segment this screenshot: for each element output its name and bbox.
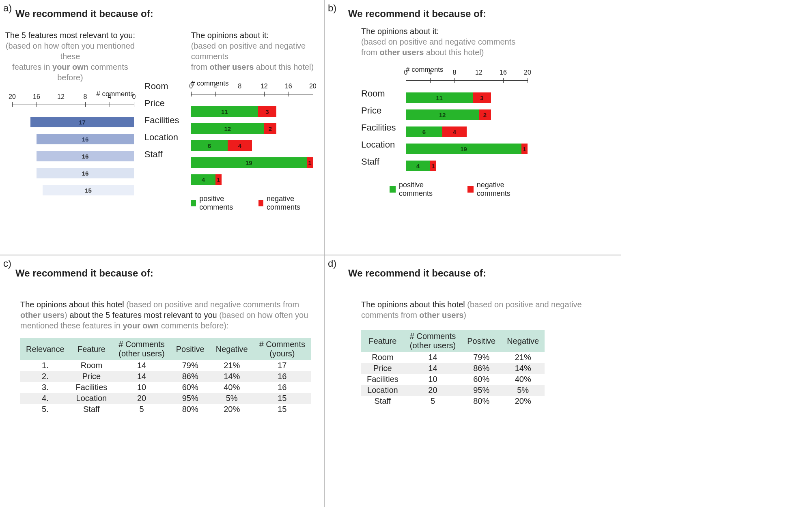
cell: 14 — [404, 363, 461, 374]
positive-bar: 12 — [406, 109, 479, 120]
negative-bar: 2 — [479, 109, 491, 120]
relevance-bar: 17 — [30, 117, 134, 127]
swatch-green-icon — [390, 186, 396, 193]
table-c: Relevance Feature # Comments(other users… — [20, 338, 311, 415]
cell: 14 — [113, 371, 170, 382]
category-label: Location — [361, 139, 406, 150]
th-comments-yours: # Comments(yours) — [254, 338, 311, 360]
tick-label: 20 — [9, 93, 16, 101]
tick-label: 20 — [524, 69, 531, 76]
panel-d: d) We recommend it because of: The opini… — [325, 255, 621, 507]
th-negative: Negative — [210, 338, 254, 360]
opinions-sub2-post-a: about this hotel) — [254, 62, 314, 71]
legend-negative-label-b: negative comments — [477, 181, 536, 198]
negative-bar: 1 — [521, 144, 528, 154]
table-row: 3.Facilities1060%40%16 — [20, 382, 311, 393]
tick-label: 8 — [84, 93, 87, 101]
negative-bar: 3 — [473, 92, 491, 103]
relevance-bar: 16 — [37, 151, 134, 161]
relevance-bars: 1716161615 — [4, 114, 136, 199]
cell: 10 — [113, 382, 170, 393]
panel-letter-a: a) — [3, 2, 12, 14]
positive-bar: 19 — [191, 157, 307, 168]
negative-bar: 4 — [228, 140, 252, 151]
cell: 14% — [210, 371, 254, 382]
negative-bar: 4 — [442, 126, 467, 137]
cell: 3. — [20, 382, 70, 393]
tick-label: 20 — [309, 83, 317, 90]
negative-bar: 1 — [215, 174, 222, 185]
relevance-bar: 15 — [43, 185, 134, 195]
tick-label: 0 — [404, 69, 408, 76]
cell: 60% — [170, 382, 210, 393]
relevance-sub2-bold: your own — [52, 62, 88, 71]
cell: 15 — [254, 393, 311, 404]
table-d-sub-b1: other users — [419, 311, 463, 319]
category-label: Staff — [144, 149, 183, 160]
table-row: Location2095%5% — [361, 385, 545, 396]
panel-letter-c: c) — [3, 258, 11, 269]
table-c-sub-b2: your own — [123, 321, 159, 330]
relevance-title: The 5 features most relevant to you: — [5, 31, 135, 40]
legend-positive-label-b: positive comments — [399, 181, 455, 198]
opinions-title-b: The opinions about it: — [361, 27, 439, 36]
heading-d: We recommend it because of: — [348, 268, 613, 279]
table-d-sub-d1: The opinions about this hotel — [361, 300, 467, 309]
table-d-sub-g1b: ) — [463, 311, 466, 319]
cell: 14 — [404, 352, 461, 363]
cell: 5. — [20, 404, 70, 415]
positive-bar: 11 — [406, 92, 473, 103]
table-row: Facilities1060%40% — [361, 374, 545, 385]
positive-bar: 4 — [406, 161, 430, 171]
panel-letter-b: b) — [328, 2, 336, 14]
table-c-sub-g1: (based on positive and negative comments… — [126, 300, 299, 309]
table-d-header-row: Feature # Comments(other users) Positive… — [361, 330, 545, 352]
table-c-sub-g1b: ) — [65, 311, 69, 319]
category-label: Price — [361, 105, 406, 116]
tick-label: 4 — [429, 69, 432, 76]
tick-label: 16 — [33, 93, 40, 101]
positive-bar: 6 — [191, 140, 228, 151]
tick-label: 12 — [475, 69, 482, 76]
table-row: Price1486%14% — [361, 363, 545, 374]
panel-c: c) We recommend it because of: The opini… — [0, 255, 325, 507]
cell: Staff — [361, 396, 404, 407]
tick-label: 12 — [261, 83, 268, 90]
cell: Room — [361, 352, 404, 363]
table-c-sub-b1: other users — [20, 311, 65, 319]
cell: 21% — [501, 352, 545, 363]
legend-negative-b: negative comments — [467, 181, 536, 198]
cell: 14% — [501, 363, 545, 374]
cell: 80% — [461, 396, 501, 407]
negative-bar: 3 — [258, 106, 276, 117]
swatch-red-icon — [467, 186, 474, 193]
cell: 40% — [210, 382, 254, 393]
opinions-sub2-pre-b: from — [361, 48, 380, 57]
table-c-sub-d2: about the 5 features most relevant to yo… — [69, 311, 219, 319]
cell: 21% — [210, 360, 254, 371]
legend-positive-label: positive comments — [199, 195, 246, 212]
table-c-header-row: Relevance Feature # Comments(other users… — [20, 338, 311, 360]
table-c-sub-g2b: comments before): — [159, 321, 228, 330]
cell: 80% — [170, 404, 210, 415]
swatch-red-icon — [258, 200, 263, 206]
cell: 1. — [20, 360, 70, 371]
tick-label: 0 — [132, 93, 136, 101]
table-row: 5.Staff580%20%15 — [20, 404, 311, 415]
opinions-title-a: The opinions about it: — [191, 31, 269, 40]
legend-negative-label: negative comments — [267, 195, 316, 212]
cell: Facilities — [70, 382, 113, 393]
cell: 16 — [254, 382, 311, 393]
negative-bar: 2 — [264, 123, 276, 134]
axis-label-a-right: # comments — [191, 79, 316, 88]
cell: Location — [361, 385, 404, 396]
cell: 5% — [210, 393, 254, 404]
category-labels-a: RoomPriceFacilitiesLocationStaff — [144, 78, 183, 212]
th-feature: Feature — [70, 338, 113, 360]
cell: 79% — [461, 352, 501, 363]
heading-c: We recommend it because of: — [15, 268, 316, 279]
opinions-sub1-b: (based on positive and negative comments — [361, 37, 515, 46]
tick-label: 16 — [500, 69, 507, 76]
negative-bar: 1 — [430, 161, 436, 171]
legend-negative-a: negative comments — [258, 195, 316, 212]
